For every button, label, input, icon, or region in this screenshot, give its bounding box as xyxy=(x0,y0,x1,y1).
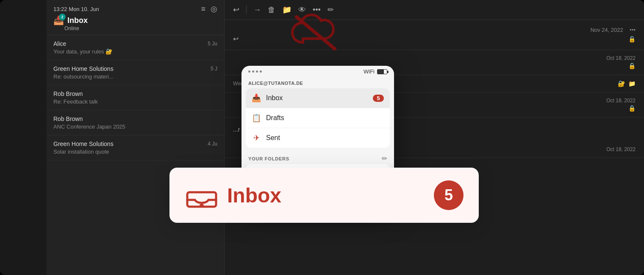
email-preview: Solar installation quote xyxy=(53,149,217,155)
email-item[interactable]: Rob Brown ANC Conference Japan 2025 xyxy=(47,110,224,135)
inbox-folder-count: 5 xyxy=(373,95,384,102)
email-item[interactable]: Green Home Solutions 4 Ju Solar installa… xyxy=(47,135,224,160)
drafts-folder-icon: 📋 xyxy=(252,113,261,123)
email-item[interactable]: Green Home Solutions 5 J Re: outsourcing… xyxy=(47,60,224,85)
mobile-folder-inbox[interactable]: 📥 Inbox 5 xyxy=(246,88,390,108)
inbox-highlight-left: Inbox xyxy=(185,180,281,211)
inbox-title-row: 📥 2 Inbox xyxy=(53,15,217,25)
email-item-header: Green Home Solutions 5 J xyxy=(53,65,217,72)
mobile-folder-drafts[interactable]: 📋 Drafts xyxy=(246,108,390,128)
header-top-row: 13:22 Mon 10. Jun ≡ ◎ xyxy=(53,4,217,14)
lock-icon-2: 🔒 xyxy=(628,62,636,69)
email-list-header: 13:22 Mon 10. Jun ≡ ◎ 📥 2 Inbox Online xyxy=(47,0,224,35)
inbox-highlight-card: Inbox 5 xyxy=(169,168,479,223)
inbox-folder-icon: 📥 xyxy=(252,93,261,103)
detail-date-2: Oct 18, 2022 xyxy=(233,55,636,61)
right-toolbar: ↩ → 🗑 📁 👁 ••• ✏ xyxy=(225,0,644,20)
filter-icon[interactable]: ≡ xyxy=(201,5,205,14)
drafts-folder-label: Drafts xyxy=(266,114,384,122)
inbox-highlight-icon-wrap xyxy=(185,180,219,211)
sent-folder-icon: ✈ xyxy=(252,133,261,143)
sent-folder-label: Sent xyxy=(266,134,384,142)
mobile-folder-sent[interactable]: ✈ Sent xyxy=(246,128,390,148)
signal-dot-1 xyxy=(248,70,250,73)
email-preview: Re: outsourcing materi... xyxy=(53,73,217,80)
inbox-icon-wrap: 📥 2 xyxy=(53,15,64,25)
delete-icon[interactable]: 🗑 xyxy=(268,6,275,14)
mobile-folder-list: 📥 Inbox 5 📋 Drafts ✈ Sent xyxy=(246,88,390,148)
inbox-highlight-label: Inbox xyxy=(227,184,281,207)
signal-dot-3 xyxy=(256,70,258,73)
lock-calendar-icon: 🔐 xyxy=(618,80,625,87)
search-icon[interactable]: ◎ xyxy=(211,4,217,14)
signal-dot-4 xyxy=(260,70,262,73)
email-preview: ANC Conference Japan 2025 xyxy=(53,123,217,130)
edit-folders-icon[interactable]: ✏ xyxy=(382,154,387,163)
toolbar-separator xyxy=(246,6,247,14)
forward-icon[interactable]: → xyxy=(253,6,261,14)
email-sender: Rob Brown xyxy=(53,115,83,122)
email-date: 5 J xyxy=(211,66,217,72)
wifi-icon: WiFi xyxy=(364,68,375,75)
mobile-signal-dots xyxy=(248,70,262,73)
mobile-status-bar: WiFi xyxy=(242,66,394,77)
inbox-title: Inbox xyxy=(67,16,88,25)
email-item-header: Alice 5 Ju xyxy=(53,40,217,47)
more-icon[interactable]: ••• xyxy=(630,27,636,33)
email-sender: Green Home Solutions xyxy=(53,65,114,72)
online-status: Online xyxy=(64,25,217,31)
desktop-time: 13:22 Mon 10. Jun xyxy=(53,6,99,12)
email-item[interactable]: Alice 5 Ju Your data, your rules 🔐 xyxy=(47,35,224,60)
email-detail-header: Nov 24, 2022 ••• ↩ 🔒 xyxy=(225,20,644,50)
email-sender: Alice xyxy=(53,40,66,47)
mobile-account-email: ALICE@TUTANOTA.DE xyxy=(242,77,394,88)
email-preview: Re: Feedback talk xyxy=(53,98,217,105)
email-preview: Your data, your rules 🔐 xyxy=(53,48,217,55)
your-folders-title: YOUR FOLDERS xyxy=(248,156,289,161)
battery-icon xyxy=(377,69,387,74)
signal-dot-2 xyxy=(252,70,254,73)
battery-fill xyxy=(378,70,384,74)
detail-date-text: Nov 24, 2022 xyxy=(590,27,623,33)
email-item-header: Rob Brown xyxy=(53,115,217,122)
mobile-status-right: WiFi xyxy=(364,68,387,75)
email-sender: Green Home Solutions xyxy=(53,140,114,147)
lock-icon-4: 🔒 xyxy=(628,105,636,112)
cloud-off-icon xyxy=(288,11,343,53)
inbox-unread-count: 5 xyxy=(434,180,464,210)
email-item-header: Green Home Solutions 4 Ju xyxy=(53,140,217,147)
email-date: 4 Ju xyxy=(208,141,217,147)
email-item-header: Rob Brown xyxy=(53,90,217,97)
folder-small-icon: 📁 xyxy=(628,80,636,87)
email-item[interactable]: Rob Brown Re: Feedback talk xyxy=(47,85,224,110)
email-sender: Rob Brown xyxy=(53,90,83,97)
reply-small-icon: ↩ xyxy=(233,35,239,43)
email-list-panel: 13:22 Mon 10. Jun ≡ ◎ 📥 2 Inbox Online A… xyxy=(47,0,225,275)
lock-icon: 🔒 xyxy=(628,36,636,42)
inbox-folder-label: Inbox xyxy=(266,94,368,102)
detail-icons: 🔐 📁 xyxy=(618,80,636,87)
email-date: 5 Ju xyxy=(208,41,217,47)
desktop-toolbar: ≡ ◎ xyxy=(201,4,217,14)
mobile-your-folders-header: YOUR FOLDERS ✏ xyxy=(242,151,394,164)
reply-icon[interactable]: ↩ xyxy=(233,5,239,14)
inbox-unread-badge: 2 xyxy=(59,14,66,20)
